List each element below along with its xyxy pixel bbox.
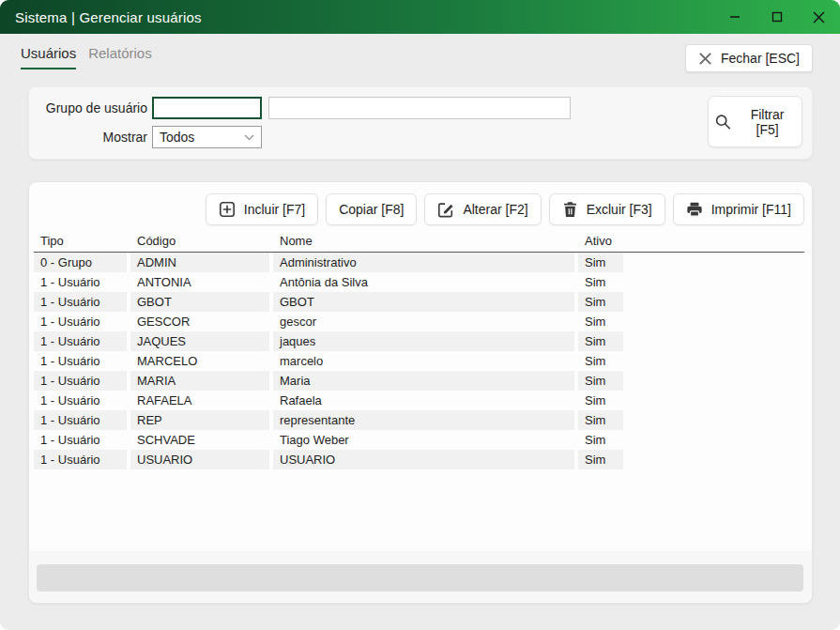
table-cell: 1 - Usuário — [34, 272, 127, 292]
excluir-button[interactable]: Excluir [F3] — [549, 193, 665, 225]
incluir-button[interactable]: Incluir [F7] — [206, 193, 318, 225]
show-select[interactable]: Todos — [152, 126, 262, 148]
column-header-nome[interactable]: Nome — [273, 231, 574, 251]
table-toolbar: Incluir [F7] Copiar [F8] Alterar [F2] Ex… — [206, 193, 804, 225]
imprimir-label: Imprimir [F11] — [711, 202, 791, 217]
search-icon — [714, 113, 731, 131]
table-cell: ADMIN — [130, 253, 269, 272]
table-cell: GBOT — [273, 292, 574, 312]
table-cell: jaques — [273, 331, 574, 351]
table-cell: 0 - Grupo — [34, 253, 127, 272]
table-row[interactable]: 1 - UsuárioUSUARIOUSUARIOSim — [34, 450, 812, 469]
table-cell: 1 - Usuário — [34, 450, 127, 469]
tab-relatorios[interactable]: Relatórios — [88, 45, 152, 69]
table-row[interactable]: 1 - UsuárioSCHVADETiago WeberSim — [34, 430, 812, 450]
show-select-value: Todos — [160, 130, 194, 145]
table-cell: REP — [130, 410, 269, 430]
table-cell: JAQUES — [130, 331, 269, 351]
printer-icon — [686, 201, 703, 218]
table-row[interactable]: 1 - UsuárioMARCELOmarceloSim — [34, 351, 812, 371]
table-cell: MARIA — [130, 371, 269, 391]
table-panel: Incluir [F7] Copiar [F8] Alterar [F2] Ex… — [28, 181, 813, 604]
trash-icon — [562, 201, 578, 218]
alterar-button[interactable]: Alterar [F2] — [424, 193, 541, 225]
table-cell: Sim — [578, 430, 623, 450]
column-header-ativo[interactable]: Ativo — [578, 231, 623, 251]
imprimir-button[interactable]: Imprimir [F11] — [673, 193, 804, 225]
table-cell: Sim — [578, 312, 623, 331]
fechar-button[interactable]: Fechar [ESC] — [685, 44, 813, 72]
table-cell: 1 - Usuário — [34, 351, 127, 371]
table-row[interactable]: 1 - UsuárioGBOTGBOTSim — [34, 292, 812, 312]
table-cell: Sim — [578, 253, 623, 272]
incluir-label: Incluir [F7] — [244, 202, 305, 217]
table-cell: Sim — [578, 292, 623, 312]
filter-panel: Grupo de usuário Mostrar Todos Filtrar [… — [28, 86, 813, 160]
maximize-button[interactable] — [756, 0, 798, 34]
table-footer — [29, 551, 812, 603]
excluir-label: Excluir [F3] — [587, 202, 652, 217]
table-cell: 1 - Usuário — [34, 331, 127, 351]
window-controls — [713, 0, 840, 34]
copiar-label: Copiar [F8] — [339, 202, 404, 217]
plus-square-icon — [219, 201, 236, 218]
table-cell: 1 - Usuário — [34, 430, 127, 450]
table-cell: 1 - Usuário — [34, 410, 127, 430]
table-row[interactable]: 1 - UsuárioMARIAMariaSim — [34, 371, 812, 391]
x-icon — [698, 52, 712, 66]
table-header: TipoCódigoNomeAtivo — [34, 231, 804, 253]
table-cell: Maria — [273, 371, 574, 391]
show-filter-row: Mostrar Todos — [29, 126, 262, 148]
table-cell: Sim — [578, 272, 623, 292]
tab-bar: Usuários Relatórios — [21, 45, 152, 69]
tab-usuarios[interactable]: Usuários — [21, 45, 76, 69]
table-cell: Sim — [578, 450, 623, 469]
table-cell: Antônia da Silva — [273, 272, 574, 292]
table-cell: Sim — [578, 410, 623, 430]
table-cell: USUARIO — [130, 450, 269, 469]
title-bar: Sistema | Gerenciar usuários — [0, 0, 840, 34]
close-button[interactable] — [798, 0, 840, 34]
table-cell: Sim — [578, 331, 623, 351]
table-cell: gescor — [273, 312, 574, 331]
horizontal-scrollbar[interactable] — [37, 564, 803, 592]
table-cell: representante — [273, 410, 574, 430]
table-cell: 1 - Usuário — [34, 371, 127, 391]
table-row[interactable]: 1 - UsuárioGESCORgescorSim — [34, 312, 812, 331]
minimize-button[interactable] — [713, 0, 756, 34]
table-cell: 1 - Usuário — [34, 292, 127, 312]
alterar-label: Alterar [F2] — [463, 202, 527, 217]
show-label: Mostrar — [29, 130, 151, 145]
edit-icon — [437, 201, 454, 218]
table-cell: GBOT — [130, 292, 269, 312]
group-name-input[interactable] — [268, 97, 571, 119]
table-cell: Sim — [578, 391, 623, 410]
group-filter-row: Grupo de usuário — [29, 97, 571, 119]
table-cell: GESCOR — [130, 312, 269, 331]
filtrar-button[interactable]: Filtrar [F5] — [708, 96, 802, 147]
table-cell: SCHVADE — [130, 430, 269, 450]
table-cell: RAFAELA — [130, 391, 269, 410]
table-cell: MARCELO — [130, 351, 269, 371]
table-cell: 1 - Usuário — [34, 391, 127, 410]
group-code-input[interactable] — [152, 97, 262, 119]
table-row[interactable]: 1 - UsuárioRAFAELARafaelaSim — [34, 391, 812, 410]
table-cell: ANTONIA — [130, 272, 269, 292]
table-row[interactable]: 0 - GrupoADMINAdministrativoSim — [34, 253, 812, 272]
window-title: Sistema | Gerenciar usuários — [15, 9, 202, 25]
copiar-button[interactable]: Copiar [F8] — [326, 193, 417, 225]
table-row[interactable]: 1 - UsuárioREPrepresentanteSim — [34, 410, 812, 430]
table-cell: 1 - Usuário — [34, 312, 127, 331]
column-header-codigo[interactable]: Código — [130, 231, 269, 251]
table-row[interactable]: 1 - UsuárioJAQUESjaquesSim — [34, 331, 812, 351]
fechar-label: Fechar [ESC] — [721, 51, 800, 66]
table-row[interactable]: 1 - UsuárioANTONIAAntônia da SilvaSim — [34, 272, 812, 292]
minimize-icon — [729, 11, 741, 23]
app-window: Sistema | Gerenciar usuários Usuários Re… — [0, 0, 840, 630]
column-header-tipo[interactable]: Tipo — [34, 231, 127, 251]
table-body: 0 - GrupoADMINAdministrativoSim1 - Usuár… — [29, 253, 812, 469]
maximize-icon — [771, 11, 783, 23]
table-cell: Administrativo — [273, 253, 574, 272]
table-cell: marcelo — [273, 351, 574, 371]
close-icon — [813, 11, 825, 23]
